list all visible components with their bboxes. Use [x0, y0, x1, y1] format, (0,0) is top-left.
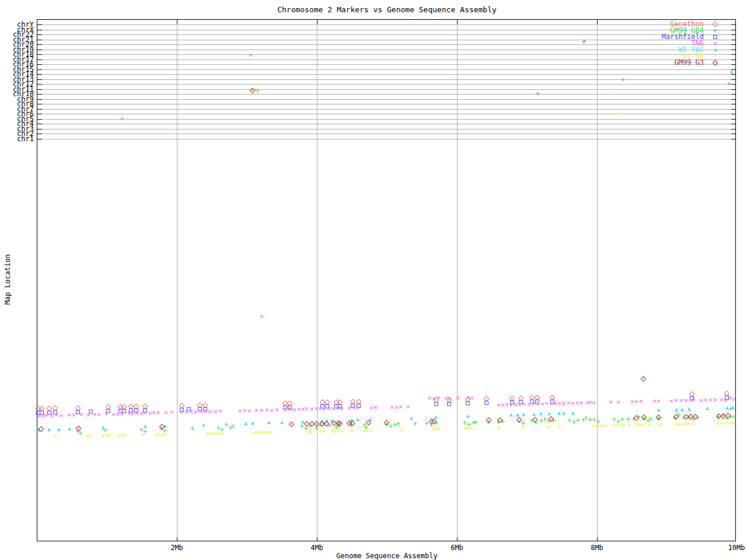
point-wi-rh: * — [163, 432, 167, 440]
chart-title: Chromosome 2 Markers vs Genome Sequence … — [212, 5, 562, 14]
point-wi-rh: * — [340, 428, 344, 436]
point-gm99-gb4 — [626, 417, 630, 421]
y-axis-tick — [37, 40, 42, 40]
point-wi-yac — [410, 416, 413, 420]
point-wi-yac — [267, 421, 271, 424]
point-wi-rh: * — [627, 422, 632, 430]
x-tick-label: 8Mb — [580, 544, 615, 552]
point-wi-rh: * — [140, 432, 145, 440]
point-wi-rh: * — [686, 421, 691, 429]
legend-label: GM99 G3 — [587, 60, 704, 66]
x-axis-tick — [317, 20, 317, 24]
point-gm99-gb4 — [649, 416, 653, 421]
x-tick-label: 10Mb — [719, 544, 747, 552]
point-gm99-gb4 — [727, 82, 731, 86]
y-axis-tick — [37, 74, 42, 75]
y-axis-tick — [731, 44, 736, 45]
x-tick-label: 6Mb — [439, 544, 474, 552]
point-gm99-gb4 — [300, 424, 304, 428]
y-axis-tick — [37, 24, 42, 25]
point-wi-rh: * — [497, 425, 501, 433]
y-axis-tick — [37, 64, 42, 65]
y-axis-tick — [731, 54, 736, 55]
y-axis-tick — [37, 94, 42, 94]
y-axis-tick — [37, 129, 42, 130]
y-axis-tick — [37, 104, 42, 104]
y-axis-tick — [731, 79, 736, 80]
point-wi-yac — [675, 408, 678, 411]
point-wi-rh: * — [521, 424, 526, 432]
point-wi-rh: * — [123, 432, 127, 440]
star-icon: * — [713, 52, 718, 61]
point-gm99-gb4 — [389, 424, 393, 428]
y-axis-tick — [731, 104, 736, 104]
x-tick-label: 2Mb — [159, 544, 194, 552]
point-marshfield — [484, 401, 488, 405]
point-wi-yac — [509, 413, 513, 416]
point-wi-rh: * — [603, 423, 608, 431]
point-wi-yac — [434, 415, 438, 419]
point-wi-yac — [562, 411, 566, 415]
y-axis-tick — [37, 89, 42, 90]
y-axis-tick — [731, 24, 736, 25]
y-axis-tick — [37, 114, 42, 114]
point-wi-rh: * — [642, 422, 647, 430]
point-wi-yac — [557, 411, 561, 415]
y-axis-tick — [37, 30, 42, 30]
point-wi-rh: * — [731, 420, 735, 428]
point-wi-yac — [244, 422, 247, 425]
point-wi-yac — [687, 407, 691, 411]
x-axis-tick — [457, 20, 458, 24]
point-wi-rh: * — [219, 430, 224, 439]
point-wi-yac — [539, 412, 543, 415]
y-axis-tick — [37, 139, 42, 139]
point-wi-yac — [144, 425, 147, 428]
y-axis-tick — [731, 109, 736, 110]
point-wi-rh: * — [719, 421, 724, 429]
y-axis-tick — [731, 50, 736, 50]
y-axis-tick — [731, 139, 736, 139]
x-axis-tick — [597, 537, 598, 541]
point-wi-rh: * — [547, 424, 552, 432]
point-wi-rh: * — [617, 110, 622, 118]
y-axis-tick — [731, 94, 736, 94]
point-wi-yac — [225, 422, 228, 426]
point-gm99-gb4 — [588, 418, 592, 422]
y-axis-tick — [731, 124, 736, 124]
point-wi-yac — [102, 426, 105, 429]
point-gm99-gb4 — [732, 415, 736, 419]
y-axis-tick — [731, 34, 736, 35]
point-gm99-gb4 — [78, 431, 82, 435]
y-axis-tick — [37, 50, 42, 50]
x-axis-tick — [317, 537, 317, 541]
point-wi-rh: * — [622, 422, 626, 430]
point-gm99-gb4 — [543, 417, 547, 421]
y-axis-tick — [731, 89, 736, 90]
point-gm99-gb4 — [413, 422, 417, 426]
y-axis-tick — [37, 69, 42, 70]
point-gm99-gb4 — [396, 422, 400, 426]
y-axis-tick — [731, 84, 736, 85]
point-wi-rh: * — [350, 428, 354, 436]
point-wi-yac — [680, 408, 684, 411]
point-wi-yac — [657, 408, 661, 412]
y-axis-tick — [37, 44, 42, 45]
point-gm99-gb4 — [231, 424, 235, 428]
y-axis-tick — [37, 34, 42, 35]
point-wi-rh: * — [308, 429, 313, 437]
plot-area-border — [37, 19, 736, 541]
point-wi-yac — [730, 70, 734, 74]
open-square-dot-icon — [713, 35, 717, 39]
point-wi-rh: * — [269, 429, 274, 438]
point-gm99-gb4 — [620, 417, 624, 421]
x-tick-label: 4Mb — [299, 544, 334, 552]
x-axis-tick — [177, 20, 177, 24]
point-wi-yac — [731, 405, 735, 409]
triangle-icon — [714, 48, 717, 51]
y-axis-tick — [731, 99, 736, 100]
y-axis-tick — [731, 129, 736, 130]
point-gm99-gb4 — [190, 426, 194, 430]
y-axis-tick — [731, 30, 736, 30]
y-axis-tick — [37, 99, 42, 100]
y-axis-tick — [731, 64, 736, 65]
